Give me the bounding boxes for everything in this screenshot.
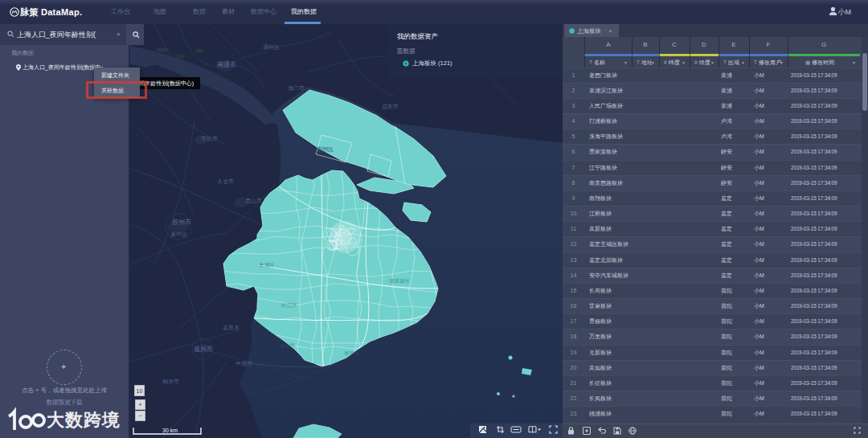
svg-text:30 km: 30 km [162, 428, 178, 433]
svg-text:松江区: 松江区 [281, 302, 297, 309]
svg-text:苏州市: 苏州市 [172, 219, 191, 226]
svg-text:昆山市: 昆山市 [245, 197, 262, 204]
svg-text:浦东新区: 浦东新区 [389, 278, 411, 284]
svg-text:海门市: 海门市 [288, 84, 305, 92]
svg-text:太仓市: 太仓市 [217, 178, 234, 184]
svg-text:常熟市: 常熟市 [201, 135, 218, 142]
svg-text:金山区: 金山区 [280, 342, 296, 348]
svg-text:桐乡市: 桐乡市 [162, 378, 179, 385]
svg-text:崇明区: 崇明区 [317, 146, 334, 152]
svg-text:大数跨境: 大数跨境 [47, 410, 121, 430]
svg-text:青浦区: 青浦区 [259, 262, 275, 268]
svg-text:嘉善县: 嘉善县 [223, 324, 240, 331]
svg-text:吴中区: 吴中区 [170, 231, 187, 237]
svg-text:南通市: 南通市 [217, 60, 236, 68]
svg-text:平湖市: 平湖市 [235, 360, 252, 366]
svg-text:奉贤区: 奉贤区 [344, 350, 360, 357]
svg-text:启东市: 启东市 [382, 103, 399, 110]
svg-text:嘉兴市: 嘉兴市 [194, 346, 213, 353]
svg-text:通州区: 通州区 [263, 43, 280, 50]
